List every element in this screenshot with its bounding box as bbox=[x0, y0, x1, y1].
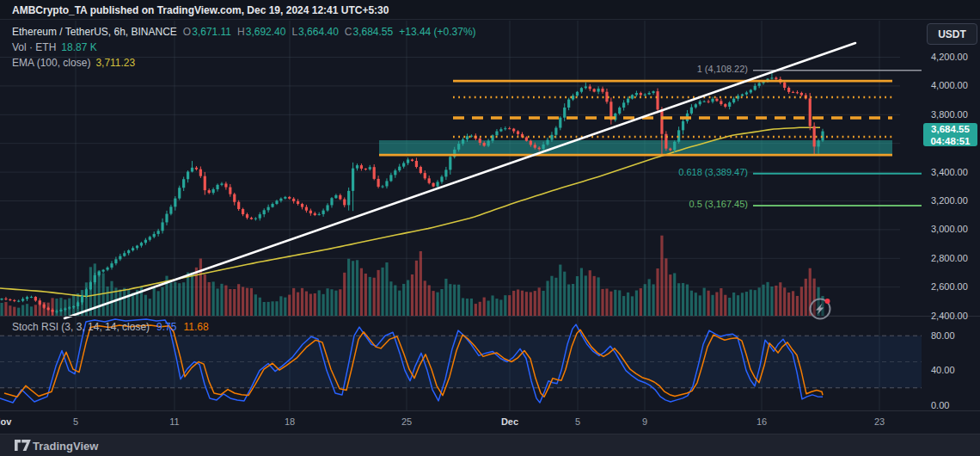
date-tick-label: 23 bbox=[866, 416, 893, 427]
publish-text: AMBCrypto_TA published on TradingView.co… bbox=[12, 4, 389, 16]
date-tick-label: 5 bbox=[564, 416, 591, 427]
currency-label: USDT bbox=[938, 28, 966, 40]
open-key: O bbox=[183, 26, 191, 38]
date-tick-label: 25 bbox=[393, 416, 420, 427]
low-value: 3,664.40 bbox=[298, 26, 339, 38]
date-tick-label: 16 bbox=[748, 416, 775, 427]
stoch-k-value: 9.75 bbox=[156, 321, 176, 333]
price-tick-label: 3,800.00 bbox=[931, 109, 968, 120]
quick-action-lightning-icon[interactable] bbox=[801, 292, 839, 326]
price-axis[interactable]: 4,200.004,000.003,800.003,400.003,200.00… bbox=[900, 21, 980, 410]
volume-value: 18.87 K bbox=[61, 41, 96, 53]
date-tick-label: 5 bbox=[62, 416, 89, 427]
stoch-tick-label: 0.00 bbox=[931, 400, 949, 410]
price-tick-label: 4,200.00 bbox=[931, 52, 968, 62]
price-tick-label: 2,400.00 bbox=[931, 311, 968, 321]
price-tick-label: 2,600.00 bbox=[931, 281, 968, 292]
open-value: 3,671.11 bbox=[192, 26, 231, 38]
stoch-tick-label: 80.00 bbox=[931, 330, 955, 341]
stoch-tick-label: 40.00 bbox=[931, 365, 955, 375]
legend-row-volume[interactable]: Vol · ETH 18.87 K bbox=[12, 40, 476, 55]
symbol-legend: Ethereum / TetherUS, 6h, BINANCE O3,671.… bbox=[12, 24, 476, 71]
date-tick-label: Nov bbox=[0, 416, 16, 427]
currency-toggle-button[interactable]: USDT bbox=[927, 23, 977, 45]
date-tick-label: 9 bbox=[631, 416, 658, 427]
price-tick-label: 3,400.00 bbox=[931, 167, 968, 177]
alert-dot-icon bbox=[825, 299, 830, 304]
tradingview-logo-icon[interactable] bbox=[15, 440, 31, 452]
time-axis[interactable]: Nov5111825Dec591623 bbox=[0, 410, 980, 434]
high-key: H bbox=[237, 26, 245, 38]
bar-countdown: 04:48:51 bbox=[923, 136, 977, 148]
date-tick-label: 18 bbox=[276, 416, 303, 427]
volume-key: Vol · ETH bbox=[12, 41, 56, 53]
high-value: 3,692.40 bbox=[246, 26, 286, 38]
last-price-value: 3,684.55 bbox=[923, 124, 977, 136]
ema-key: EMA (100, close) bbox=[12, 57, 90, 69]
stoch-rsi-title: Stoch RSI (3, 3, 14, 14, close) bbox=[12, 321, 150, 333]
stoch-d-value: 11.68 bbox=[183, 321, 208, 333]
legend-row-ema[interactable]: EMA (100, close) 3,711.23 bbox=[12, 55, 476, 71]
close-value: 3,684.55 bbox=[353, 26, 394, 38]
last-price-tag: 3,684.55 04:48:51 bbox=[923, 123, 977, 146]
legend-row-symbol[interactable]: Ethereum / TetherUS, 6h, BINANCE O3,671.… bbox=[12, 24, 476, 40]
price-tick-label: 3,200.00 bbox=[931, 195, 968, 206]
date-tick-label: Dec bbox=[496, 416, 524, 427]
low-key: L bbox=[291, 26, 297, 38]
symbol-title: Ethereum / TetherUS, 6h, BINANCE bbox=[12, 26, 177, 38]
footer-bar: TradingView bbox=[0, 434, 980, 456]
stoch-rsi-legend[interactable]: Stoch RSI (3, 3, 14, 14, close) 9.75 11.… bbox=[12, 320, 209, 334]
price-tick-label: 4,000.00 bbox=[931, 80, 968, 90]
publish-bar: AMBCrypto_TA published on TradingView.co… bbox=[0, 0, 980, 20]
close-key: C bbox=[345, 26, 352, 38]
price-tick-label: 3,000.00 bbox=[931, 224, 968, 234]
date-tick-label: 11 bbox=[161, 416, 188, 427]
change-value: +13.44 (+0.37%) bbox=[399, 26, 475, 38]
footer-brand-text[interactable]: TradingView bbox=[33, 440, 98, 453]
tradingview-chart-window: AMBCrypto_TA published on TradingView.co… bbox=[0, 0, 980, 456]
ema-value: 3,711.23 bbox=[95, 57, 135, 69]
price-tick-label: 2,800.00 bbox=[931, 253, 968, 263]
